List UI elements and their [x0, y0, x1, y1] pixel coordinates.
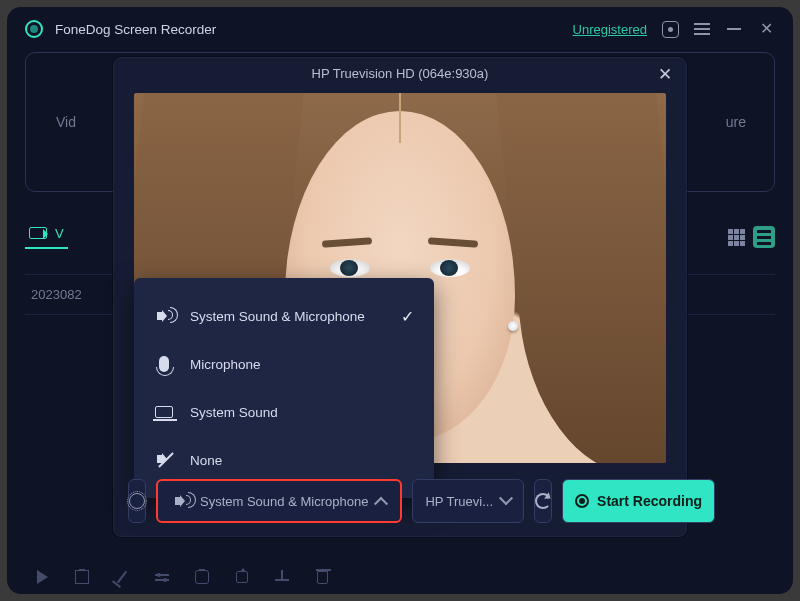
app-title: FoneDog Screen Recorder [55, 22, 216, 37]
redo-icon [535, 493, 551, 509]
view-list-button[interactable] [753, 226, 775, 248]
app-logo-icon [25, 20, 43, 38]
modal-title: HP Truevision HD (064e:930a) ✕ [114, 58, 686, 89]
audio-source-menu: System Sound & Microphone ✓ Microphone S… [134, 278, 434, 498]
trash-icon[interactable] [313, 568, 331, 586]
modal-settings-button[interactable] [128, 479, 146, 523]
mute-icon [154, 450, 174, 470]
edit-icon[interactable] [113, 568, 131, 586]
audio-option-none[interactable]: None [134, 436, 434, 484]
speaker-icon [154, 306, 174, 326]
start-recording-button[interactable]: Start Recording [562, 479, 715, 523]
minimize-icon[interactable] [725, 20, 743, 38]
audio-source-dropdown[interactable]: System Sound & Microphone [156, 479, 402, 523]
tab-video-label: V [55, 226, 64, 241]
reset-button[interactable] [534, 479, 552, 523]
recording-filename: 2023082 [31, 287, 82, 302]
folder-icon[interactable] [73, 568, 91, 586]
chevron-down-icon [499, 491, 513, 505]
microphone-icon [154, 354, 174, 374]
add-icon[interactable] [273, 568, 291, 586]
webcam-modal: HP Truevision HD (064e:930a) ✕ [113, 57, 687, 537]
camera-icon [29, 227, 47, 239]
tab-video[interactable]: V [25, 226, 68, 249]
app-window: FoneDog Screen Recorder Unregistered ✕ V… [7, 7, 793, 594]
modal-controls: System Sound & Microphone HP Truevi... S… [128, 478, 672, 524]
modal-close-icon[interactable]: ✕ [658, 64, 672, 85]
titlebar: FoneDog Screen Recorder Unregistered ✕ [7, 7, 793, 47]
adjust-icon[interactable] [153, 568, 171, 586]
compress-icon[interactable] [193, 568, 211, 586]
chevron-up-icon [374, 497, 388, 511]
unregistered-link[interactable]: Unregistered [573, 22, 647, 37]
gear-icon [129, 493, 145, 509]
audio-option-system-and-mic[interactable]: System Sound & Microphone ✓ [134, 292, 434, 340]
laptop-icon [154, 402, 174, 422]
bottom-toolbar [33, 568, 331, 586]
record-icon [575, 494, 589, 508]
audio-option-system[interactable]: System Sound [134, 388, 434, 436]
check-icon: ✓ [401, 307, 414, 326]
titlebar-actions: Unregistered ✕ [573, 20, 775, 38]
speaker-icon [172, 491, 192, 511]
menu-icon[interactable] [693, 20, 711, 38]
play-icon[interactable] [33, 568, 51, 586]
export-icon[interactable] [233, 568, 251, 586]
settings-icon[interactable] [661, 20, 679, 38]
view-grid-button[interactable] [725, 226, 747, 248]
audio-option-mic[interactable]: Microphone [134, 340, 434, 388]
device-dropdown[interactable]: HP Truevi... [412, 479, 524, 523]
close-icon[interactable]: ✕ [757, 20, 775, 38]
